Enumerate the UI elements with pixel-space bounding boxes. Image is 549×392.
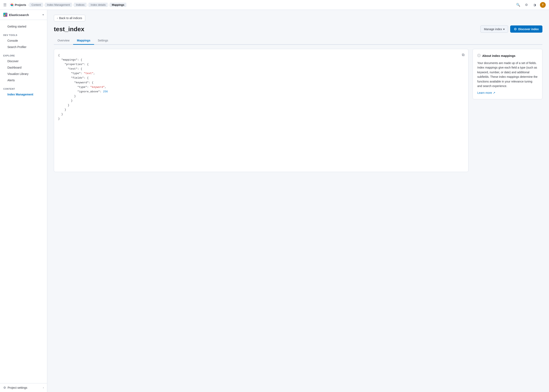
sidebar: Elasticsearch ▾ Getting started Dev Tool… — [0, 10, 47, 392]
sidebar-explore-section: Explore Discover Dashboard Visualize Lib… — [0, 51, 47, 84]
top-navigation: ☰ Projects › Content › Index Management … — [0, 0, 549, 10]
page-title: test_index — [54, 26, 480, 33]
sidebar-devtools-section: Dev Tools Console Search Profiler — [0, 31, 47, 51]
sidebar-footer[interactable]: ⚙ Project settings › — [0, 383, 47, 392]
svg-rect-3 — [4, 15, 5, 16]
sidebar-item-getting-started[interactable]: Getting started — [4, 23, 43, 29]
breadcrumb-mappings[interactable]: Mappings — [110, 3, 126, 7]
breadcrumb-content[interactable]: Content — [29, 3, 43, 7]
external-link-icon: ↗ — [493, 91, 495, 94]
sidebar-brand[interactable]: Elasticsearch ▾ — [0, 10, 47, 20]
breadcrumb-index-details[interactable]: Index details — [88, 3, 108, 7]
manage-index-chevron-icon: ▾ — [503, 28, 505, 31]
projects-label[interactable]: Projects — [15, 3, 26, 7]
breadcrumb-separator: › — [44, 3, 45, 6]
project-settings-label: Project settings — [7, 386, 43, 389]
manage-index-button[interactable]: Manage index ▾ — [480, 25, 508, 33]
info-panel-body: Your documents are made up of a set of f… — [477, 61, 538, 88]
svg-rect-1 — [4, 14, 5, 14]
copy-button[interactable]: ⧉ — [461, 52, 465, 58]
main-content: ‹ Back to all indices test_index Manage … — [47, 10, 549, 392]
sidebar-footer-arrow-icon: › — [43, 386, 44, 389]
help-icon[interactable]: ⚙ — [524, 2, 529, 8]
sidebar-getting-started-section: Getting started — [0, 20, 47, 31]
sidebar-section-explore-title: Explore — [3, 54, 44, 57]
breadcrumb-separator: › — [108, 3, 109, 6]
svg-rect-2 — [6, 14, 7, 14]
breadcrumb: › Content › Index Management › Indices ›… — [28, 3, 127, 7]
search-icon[interactable]: 🔍 — [515, 2, 521, 8]
content-grid: ⧉ { "mappings": { "properties": { "test"… — [54, 49, 542, 172]
collapse-sidebar-icon[interactable]: ☰ — [3, 3, 7, 7]
back-to-all-indices-button[interactable]: ‹ Back to all indices — [54, 15, 85, 21]
info-panel-header: ⓘ About index mappings — [477, 54, 538, 58]
sidebar-item-dashboard[interactable]: Dashboard — [4, 64, 43, 70]
sidebar-item-index-management[interactable]: Index Management — [4, 91, 43, 98]
tabs: Overview Mappings Settings — [54, 37, 542, 45]
learn-more-link[interactable]: Learn more ↗ — [477, 91, 495, 94]
sidebar-item-search-profiler[interactable]: Search Profiler — [4, 44, 43, 50]
info-panel: ⓘ About index mappings Your documents ar… — [473, 49, 542, 99]
code-panel: ⧉ { "mappings": { "properties": { "test"… — [54, 49, 469, 172]
user-avatar[interactable]: T — [540, 2, 546, 8]
back-button-label: Back to all indices — [59, 16, 82, 20]
settings-icon: ⚙ — [3, 386, 6, 390]
breadcrumb-separator: › — [87, 3, 88, 6]
page-header: test_index Manage index ▾ ⊙ Discover ind… — [54, 25, 542, 33]
app-body: Elasticsearch ▾ Getting started Dev Tool… — [0, 10, 549, 392]
discover-index-button[interactable]: ⊙ Discover index — [510, 25, 542, 33]
back-arrow-icon: ‹ — [57, 16, 58, 20]
breadcrumb-indices[interactable]: Indices — [74, 3, 87, 7]
sidebar-content-section: Content Index Management — [0, 84, 47, 98]
sidebar-section-content-title: Content — [3, 88, 44, 90]
sidebar-item-console[interactable]: Console — [4, 38, 43, 44]
sidebar-section-devtools-title: Dev Tools — [3, 34, 44, 36]
brand-icon — [3, 13, 7, 17]
breadcrumb-separator: › — [28, 3, 29, 6]
mapping-code: { "mappings": { "properties": { "test": … — [58, 53, 464, 121]
elastic-logo — [9, 2, 15, 8]
header-actions: Manage index ▾ ⊙ Discover index — [480, 25, 542, 33]
sidebar-item-alerts[interactable]: Alerts — [4, 77, 43, 83]
top-nav-actions: 🔍 ⚙ ◑ T — [515, 2, 546, 8]
breadcrumb-index-management[interactable]: Index Management — [45, 3, 72, 7]
breadcrumb-separator: › — [73, 3, 73, 6]
info-icon: ⓘ — [477, 54, 481, 58]
brand-name: Elasticsearch — [9, 13, 43, 17]
sidebar-item-visualize[interactable]: Visualize Library — [4, 71, 43, 77]
brand-chevron-icon: ▾ — [43, 13, 44, 16]
discover-index-label: Discover index — [518, 28, 539, 31]
theme-icon[interactable]: ◑ — [532, 2, 537, 8]
svg-rect-4 — [6, 15, 7, 16]
sidebar-item-discover[interactable]: Discover — [4, 58, 43, 64]
copy-icon: ⧉ — [462, 53, 465, 57]
info-panel-title: About index mappings — [482, 54, 515, 57]
tab-overview[interactable]: Overview — [54, 37, 73, 45]
tab-mappings[interactable]: Mappings — [73, 37, 94, 45]
discover-index-icon: ⊙ — [514, 27, 517, 31]
tab-settings[interactable]: Settings — [94, 37, 112, 45]
learn-more-label: Learn more — [477, 91, 492, 94]
manage-index-label: Manage index — [484, 28, 502, 31]
